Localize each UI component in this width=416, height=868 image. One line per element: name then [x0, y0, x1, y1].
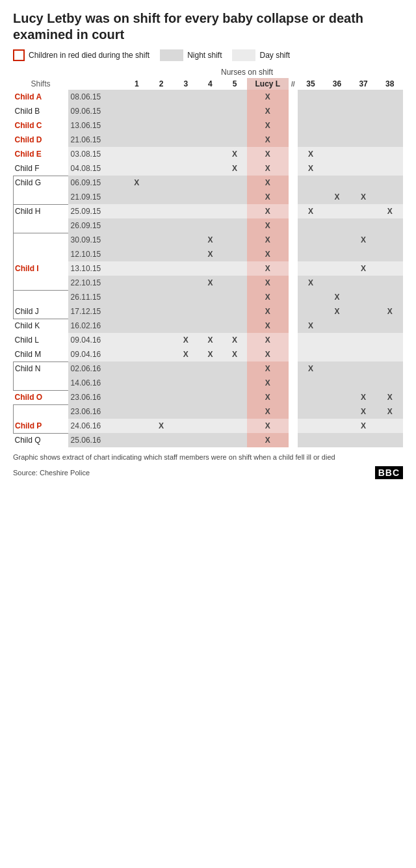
nurse36-header: 36 [324, 78, 350, 90]
lucy-cell: X [247, 290, 289, 304]
date-cell: 08.06.15 [68, 90, 125, 104]
lucy-cell: X [247, 319, 289, 333]
nurse36-cell: X [324, 190, 350, 204]
nurse2-cell [149, 190, 174, 204]
nurse35-cell [298, 419, 324, 433]
nurse2-cell [149, 247, 174, 261]
nurse35-cell: X [298, 161, 324, 176]
shifts-header: Shifts [14, 78, 68, 90]
nurse1-cell [125, 404, 150, 419]
table-row: Child F04.08.15XXX [14, 161, 404, 176]
gap-cell [289, 347, 298, 362]
nurse38-cell [376, 90, 403, 104]
table-row: 26.11.15XX [14, 290, 404, 304]
table-row: Child K16.02.16XX [14, 319, 404, 333]
date-cell: 12.10.15 [68, 247, 125, 261]
gap-cell [289, 433, 298, 447]
nurse2-cell [149, 404, 174, 419]
nurse1-cell [125, 161, 150, 176]
source-row: Source: Cheshire Police BBC [13, 466, 403, 479]
nurse38-cell: X [376, 204, 403, 218]
nurse3-cell [174, 304, 198, 319]
nurse1-cell [125, 118, 150, 133]
nurse36-cell [324, 104, 350, 118]
nurse1-cell [125, 419, 150, 433]
nurse36-cell [324, 133, 350, 147]
nurse5-cell [222, 204, 247, 218]
nurse38-cell [376, 362, 403, 376]
nurse2-cell [149, 433, 174, 447]
lucy-cell: X [247, 333, 289, 347]
gap-cell [289, 333, 298, 347]
nurse4-cell [198, 404, 223, 419]
nurse35-cell [298, 233, 324, 247]
nurse37-cell: X [350, 390, 377, 404]
nurse38-cell [376, 190, 403, 204]
table-row: Child G06.09.15XX [14, 176, 404, 190]
nurse4-cell [198, 218, 223, 233]
nurse35-cell [298, 404, 324, 419]
table-row: Child C13.06.15X [14, 118, 404, 133]
gap-cell [289, 319, 298, 333]
nurse36-cell [324, 276, 350, 290]
lucy-cell: X [247, 218, 289, 233]
nurse2-cell [149, 218, 174, 233]
table-row: Child P24.06.16XXX [14, 419, 404, 433]
gap-cell [289, 190, 298, 204]
nurse35-cell [298, 347, 324, 362]
gap-cell [289, 247, 298, 261]
nurse37-cell [350, 104, 377, 118]
nurse2-cell [149, 133, 174, 147]
nurse35-cell: X [298, 362, 324, 376]
nurse1-cell [125, 261, 150, 276]
nurse2-cell [149, 161, 174, 176]
nurse3-cell [174, 233, 198, 247]
gap-cell [289, 276, 298, 290]
nurse37-cell: X [350, 190, 377, 204]
nurse5-cell [222, 176, 247, 190]
nurse37-cell [350, 433, 377, 447]
nurse4-cell [198, 204, 223, 218]
gap-cell [289, 133, 298, 147]
child-name-cell: Child N [14, 362, 68, 376]
nurse35-header: 35 [298, 78, 324, 90]
gap-cell [289, 376, 298, 390]
gap-cell [289, 290, 298, 304]
gap-header: // [289, 78, 298, 90]
nurse36-cell [324, 347, 350, 362]
nurse1-cell [125, 276, 150, 290]
nurse37-cell [350, 118, 377, 133]
nurse35-cell [298, 190, 324, 204]
nurse3-cell [174, 104, 198, 118]
table-row: Child A08.06.15X [14, 90, 404, 104]
nurse36-cell [324, 204, 350, 218]
gap-cell [289, 404, 298, 419]
table-row: 23.06.16XXX [14, 404, 404, 419]
nurse35-cell: X [298, 147, 324, 161]
nurse36-cell [324, 333, 350, 347]
nurse3-cell [174, 290, 198, 304]
child-name-cell: Child F [14, 161, 68, 176]
nurse38-cell [376, 233, 403, 247]
nurse5-cell [222, 376, 247, 390]
nurse5-cell [222, 404, 247, 419]
lucy-cell: X [247, 419, 289, 433]
nurse4-cell [198, 90, 223, 104]
nurse2-cell [149, 304, 174, 319]
nurse3-cell [174, 319, 198, 333]
child-name-cell: Child J [14, 304, 68, 319]
nurse4-cell [198, 133, 223, 147]
nurse36-cell [324, 147, 350, 161]
nurse37-cell [350, 247, 377, 261]
nurse4-cell [198, 376, 223, 390]
lucy-cell: X [247, 247, 289, 261]
nurse3-cell: X [174, 347, 198, 362]
nurse2-cell [149, 147, 174, 161]
table-row: Child I13.10.15XX [14, 261, 404, 276]
child-name-cell [14, 290, 68, 304]
nurse3-cell [174, 362, 198, 376]
lucy-cell: X [247, 161, 289, 176]
date-cell: 03.08.15 [68, 147, 125, 161]
nurse36-cell: X [324, 304, 350, 319]
nurse36-cell [324, 433, 350, 447]
